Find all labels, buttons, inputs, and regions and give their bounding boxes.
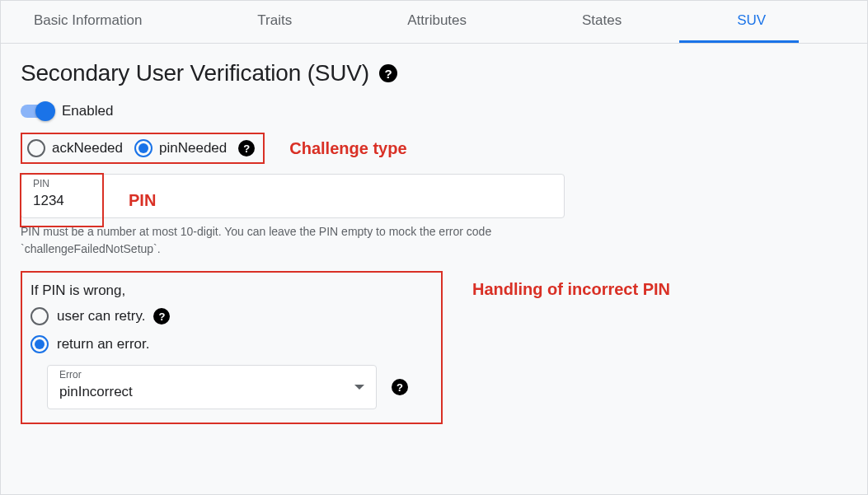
radio-circle-selected-icon: [30, 335, 49, 353]
annotation-box-error-handling: If PIN is wrong, user can retry. ? retur…: [21, 271, 443, 424]
pin-field-label: PIN: [33, 178, 49, 189]
challenge-type-row: ackNeeded pinNeeded ? Challenge type: [21, 133, 847, 164]
error-handling-row: If PIN is wrong, user can retry. ? retur…: [21, 271, 847, 424]
radio-ackneeded[interactable]: ackNeeded: [27, 139, 123, 157]
pin-helper-text: PIN must be a number at most 10-digit. Y…: [21, 223, 565, 258]
radio-pinneeded-label: pinNeeded: [159, 140, 227, 156]
enabled-toggle-row: Enabled: [21, 103, 847, 119]
radio-circle-icon: [27, 139, 45, 157]
error-select-value: pinIncorrect: [59, 384, 364, 400]
help-icon[interactable]: ?: [153, 308, 170, 325]
app-window: Basic Information Traits Attributes Stat…: [0, 0, 868, 495]
pin-field[interactable]: PIN PIN: [21, 174, 565, 218]
error-select-row: Error pinIncorrect ?: [47, 365, 429, 409]
annotation-box-challenge-type: ackNeeded pinNeeded ?: [21, 133, 265, 164]
radio-dot-icon: [138, 143, 148, 153]
page-title: Secondary User Verification (SUV): [21, 60, 369, 86]
radio-user-can-retry-label: user can retry.: [57, 308, 145, 325]
radio-dot-icon: [35, 339, 45, 349]
radio-user-can-retry[interactable]: user can retry. ?: [30, 307, 429, 325]
wrong-pin-title: If PIN is wrong,: [30, 283, 429, 299]
error-select-label: Error: [59, 369, 82, 381]
help-icon[interactable]: ?: [379, 64, 397, 82]
challenge-type-radio-group: ackNeeded pinNeeded ?: [22, 134, 263, 162]
wrong-pin-radio-group: user can retry. ? return an error.: [30, 307, 429, 353]
radio-circle-selected-icon: [134, 139, 152, 157]
radio-return-error[interactable]: return an error.: [30, 335, 429, 353]
tab-basic-information[interactable]: Basic Information: [17, 1, 199, 43]
annotation-pin: PIN: [129, 191, 156, 210]
tab-traits[interactable]: Traits: [199, 1, 350, 43]
enabled-toggle-label: Enabled: [62, 103, 113, 119]
page-title-row: Secondary User Verification (SUV) ?: [21, 60, 847, 86]
radio-pinneeded[interactable]: pinNeeded: [134, 139, 227, 157]
enabled-toggle[interactable]: [21, 105, 54, 118]
help-icon[interactable]: ?: [238, 140, 255, 156]
tab-bar: Basic Information Traits Attributes Stat…: [1, 1, 867, 44]
toggle-knob: [35, 101, 55, 121]
radio-return-error-label: return an error.: [57, 336, 149, 353]
pin-input[interactable]: [33, 193, 552, 209]
annotation-challenge-type: Challenge type: [289, 139, 406, 158]
help-icon[interactable]: ?: [392, 379, 408, 395]
radio-ackneeded-label: ackNeeded: [52, 140, 123, 156]
pin-field-wrapper: PIN PIN: [21, 174, 847, 218]
annotation-incorrect-pin: Handling of incorrect PIN: [472, 278, 670, 301]
content-area: Secondary User Verification (SUV) ? Enab…: [1, 44, 867, 441]
tab-states[interactable]: States: [524, 1, 679, 43]
tab-attributes[interactable]: Attributes: [350, 1, 524, 43]
error-select[interactable]: Error pinIncorrect: [47, 365, 377, 409]
chevron-down-icon: [354, 385, 364, 390]
radio-circle-icon: [30, 307, 49, 325]
tab-suv[interactable]: SUV: [679, 1, 799, 43]
